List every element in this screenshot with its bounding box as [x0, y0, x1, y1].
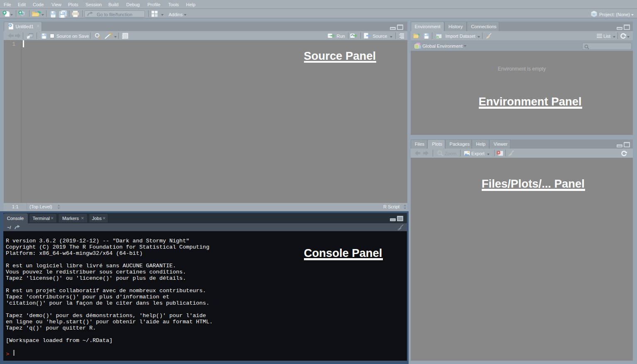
- svg-text:R: R: [9, 24, 11, 27]
- svg-text:R: R: [593, 12, 595, 16]
